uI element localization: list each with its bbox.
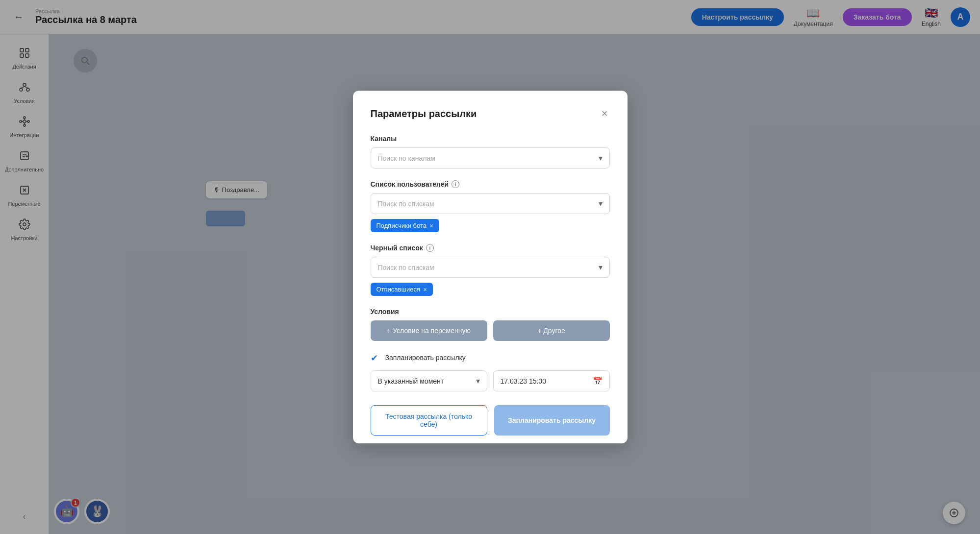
blacklist-tags: Отписавшиеся × [371, 283, 610, 296]
user-list-info-icon: i [452, 180, 459, 188]
blacklist-section: Черный список i Поиск по спискам ▾ Отпис… [371, 244, 610, 296]
conditions-section: Условия + Условие на переменную + Другое [371, 308, 610, 341]
user-list-section: Список пользователей i Поиск по спискам … [371, 180, 610, 232]
modal-title: Параметры рассылки [371, 108, 477, 120]
blacklist-select[interactable]: Поиск по спискам ▾ [371, 257, 610, 278]
user-list-select[interactable]: Поиск по спискам ▾ [371, 193, 610, 214]
schedule-datetime-field[interactable]: 17.03.23 15:00 📅 [493, 370, 610, 391]
tag-unsubscribed-remove[interactable]: × [423, 286, 427, 293]
channels-select[interactable]: Поиск по каналам ▾ [371, 147, 610, 169]
tag-unsubscribed: Отписавшиеся × [371, 283, 433, 296]
tag-subscribers-remove[interactable]: × [429, 222, 433, 229]
schedule-section: ✔ Запланировать рассылку В указанный мом… [371, 353, 610, 391]
blacklist-info-icon: i [426, 244, 434, 252]
condition-other-button[interactable]: + Другое [493, 320, 610, 341]
user-list-tags: Подписчики бота × [371, 219, 610, 232]
modal-header: Параметры рассылки × [371, 106, 610, 121]
test-mailing-button[interactable]: Тестовая рассылка (только себе) [371, 405, 487, 436]
schedule-mailing-button[interactable]: Запланировать рассылку [494, 405, 610, 436]
condition-variable-button[interactable]: + Условие на переменную [371, 320, 487, 341]
tag-unsubscribed-text: Отписавшиеся [377, 286, 420, 293]
mailing-params-modal: Параметры рассылки × Каналы Поиск по кан… [353, 91, 628, 443]
user-list-placeholder: Поиск по спискам [378, 200, 434, 208]
conditions-buttons: + Условие на переменную + Другое [371, 320, 610, 341]
blacklist-placeholder: Поиск по спискам [378, 264, 434, 271]
modal-overlay: Параметры рассылки × Каналы Поиск по кан… [0, 0, 980, 534]
schedule-checkbox-icon[interactable]: ✔ [371, 353, 380, 363]
schedule-chevron-icon: ▾ [476, 376, 480, 386]
schedule-datetime-value: 17.03.23 15:00 [501, 377, 546, 385]
channels-label: Каналы [371, 135, 610, 143]
channels-section: Каналы Поиск по каналам ▾ [371, 135, 610, 169]
schedule-checkbox-label: Запланировать рассылку [385, 354, 466, 362]
channels-chevron-icon: ▾ [599, 153, 603, 163]
channels-placeholder: Поиск по каналам [378, 154, 435, 162]
schedule-checkbox-row: ✔ Запланировать рассылку [371, 353, 610, 363]
schedule-moment-select[interactable]: В указанный момент ▾ [371, 370, 487, 391]
modal-close-button[interactable]: × [600, 106, 610, 121]
conditions-section-label: Условия [371, 308, 610, 316]
schedule-fields: В указанный момент ▾ 17.03.23 15:00 📅 [371, 370, 610, 391]
tag-subscribers-text: Подписчики бота [377, 222, 427, 229]
blacklist-label: Черный список i [371, 244, 610, 252]
schedule-moment-label: В указанный момент [378, 377, 444, 385]
user-list-chevron-icon: ▾ [599, 199, 603, 208]
tag-subscribers: Подписчики бота × [371, 219, 440, 232]
calendar-icon: 📅 [593, 376, 603, 386]
modal-footer: Тестовая рассылка (только себе) Запланир… [371, 405, 610, 436]
blacklist-chevron-icon: ▾ [599, 263, 603, 272]
user-list-label: Список пользователей i [371, 180, 610, 188]
